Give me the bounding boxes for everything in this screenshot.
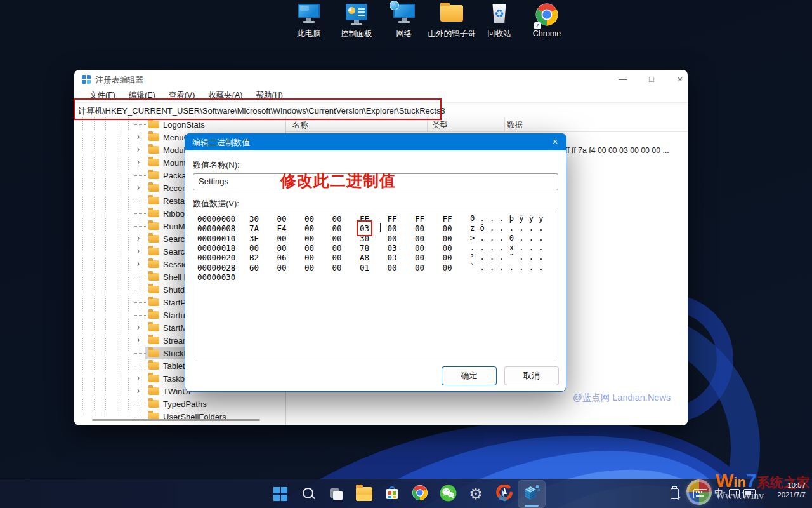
- hex-byte[interactable]: 7A: [249, 224, 259, 233]
- tree-item-TypedPaths[interactable]: TypedPaths: [74, 398, 285, 410]
- hex-byte[interactable]: 01: [360, 263, 369, 272]
- close-button[interactable]: ×: [669, 70, 691, 89]
- tree-horizontal-scrollbar[interactable]: [92, 419, 260, 421]
- desktop-icon-network[interactable]: 网络: [379, 3, 429, 38]
- tree-item-LogonStats[interactable]: LogonStats: [74, 118, 285, 131]
- taskbar-explorer-button[interactable]: [350, 480, 378, 508]
- hex-byte[interactable]: A8: [360, 253, 369, 262]
- taskbar-snip-button[interactable]: [490, 480, 518, 508]
- expand-chevron-icon[interactable]: ›: [137, 321, 140, 333]
- hex-byte[interactable]: FF: [415, 214, 424, 224]
- hex-editor[interactable]: 0000000030000000FEFFFFFF0 . . . þ ÿ ÿ ÿ0…: [193, 211, 558, 359]
- desktop-icon-this-pc[interactable]: 此电脑: [284, 3, 334, 38]
- hex-byte[interactable]: FF: [443, 214, 452, 224]
- expand-chevron-icon[interactable]: ›: [137, 334, 140, 345]
- hex-byte[interactable]: 78: [360, 243, 369, 253]
- taskbar-taskview-button[interactable]: [322, 480, 350, 508]
- expand-chevron-icon[interactable]: ›: [137, 245, 140, 257]
- hex-byte[interactable]: 03: [388, 253, 397, 262]
- column-header-0[interactable]: 名称: [292, 120, 308, 131]
- hex-byte[interactable]: 30: [249, 214, 259, 224]
- desktop-icon-folder[interactable]: 山外的鸭子哥: [426, 3, 477, 38]
- hex-byte[interactable]: 00: [304, 253, 314, 262]
- hex-byte[interactable]: 03: [388, 243, 397, 253]
- taskbar-chrome-button[interactable]: [406, 480, 434, 508]
- expand-chevron-icon[interactable]: ›: [137, 232, 140, 244]
- taskbar-settings-button[interactable]: ⚙: [462, 480, 490, 508]
- hex-byte[interactable]: 00: [415, 243, 424, 253]
- hex-byte[interactable]: 60: [249, 263, 259, 272]
- column-header-2[interactable]: 数据: [507, 120, 523, 131]
- hex-byte[interactable]: 00: [388, 263, 397, 272]
- expand-chevron-icon[interactable]: ›: [137, 258, 140, 269]
- taskbar-wechat-button[interactable]: [434, 480, 462, 508]
- hex-byte[interactable]: 00: [304, 214, 314, 224]
- expand-chevron-icon[interactable]: ›: [137, 156, 140, 168]
- hex-byte[interactable]: 00: [415, 253, 424, 262]
- hex-byte[interactable]: 00: [277, 234, 287, 243]
- desktop-icon-recycle-bin[interactable]: ♻回收站: [474, 3, 525, 38]
- hex-byte[interactable]: 00: [249, 243, 259, 253]
- hex-byte[interactable]: 00: [304, 224, 314, 233]
- hex-byte[interactable]: FE: [360, 214, 369, 224]
- hex-byte[interactable]: 00: [332, 224, 342, 233]
- desktop-icon-label: 山外的鸭子哥: [426, 29, 477, 38]
- column-header-1[interactable]: 类型: [432, 120, 448, 131]
- cancel-button[interactable]: 取消: [504, 366, 559, 385]
- hex-byte[interactable]: 00: [443, 253, 452, 262]
- hex-byte[interactable]: 00: [332, 263, 342, 272]
- hex-byte[interactable]: 00: [443, 263, 452, 272]
- folder-icon: [148, 324, 159, 331]
- hex-byte[interactable]: 00: [304, 243, 314, 253]
- dialog-title-bar[interactable]: 编辑二进制数值 ×: [185, 133, 566, 150]
- hex-byte[interactable]: 06: [277, 253, 287, 262]
- taskbar-search-button[interactable]: [294, 480, 322, 508]
- dialog-close-icon[interactable]: ×: [545, 133, 565, 150]
- folder-icon: [148, 362, 159, 370]
- expand-chevron-icon[interactable]: ›: [137, 144, 140, 155]
- hex-byte[interactable]: 00: [415, 263, 424, 272]
- hex-byte[interactable]: 00: [304, 263, 314, 272]
- hex-byte[interactable]: 00: [388, 224, 397, 233]
- hex-byte[interactable]: 00: [388, 234, 397, 243]
- clock[interactable]: 10:57 2021/7/7: [777, 481, 806, 500]
- chrome-shortcut-icon: ↗: [533, 3, 561, 28]
- hex-byte[interactable]: 00: [332, 253, 342, 262]
- hex-byte[interactable]: 00: [443, 224, 452, 233]
- desktop-icon-control-panel[interactable]: 控制面板: [331, 3, 382, 38]
- hex-row-00000010: 000000103E00000030000000> . . . 0 . . .: [193, 234, 558, 243]
- title-bar[interactable]: 注册表编辑器 — □ ×: [74, 70, 688, 89]
- hex-byte[interactable]: 30: [360, 234, 369, 243]
- hex-byte[interactable]: 3E: [249, 234, 259, 243]
- minimize-button[interactable]: —: [612, 70, 634, 89]
- hex-byte[interactable]: 00: [415, 234, 424, 243]
- desktop-icon-chrome-shortcut[interactable]: ↗Chrome: [521, 3, 572, 38]
- hex-byte[interactable]: 00: [277, 263, 287, 272]
- taskbar-start-button[interactable]: [266, 480, 294, 508]
- taskbar-store-button[interactable]: [378, 480, 406, 508]
- hex-byte[interactable]: 00: [332, 234, 342, 243]
- hex-byte[interactable]: F4: [277, 224, 287, 233]
- folder-icon: [148, 387, 159, 395]
- maximize-button[interactable]: □: [641, 70, 662, 89]
- hex-byte[interactable]: 00: [443, 243, 452, 253]
- hex-byte[interactable]: 00: [332, 214, 342, 224]
- ok-button[interactable]: 确定: [442, 366, 497, 385]
- hex-byte[interactable]: 00: [277, 214, 287, 224]
- hex-byte[interactable]: 00: [415, 224, 424, 233]
- expand-chevron-icon[interactable]: ›: [137, 372, 140, 384]
- hex-byte-highlighted[interactable]: 03: [360, 224, 369, 233]
- hex-byte[interactable]: 00: [443, 234, 452, 243]
- tree-item-UserShellFolders[interactable]: UserShellFolders: [74, 410, 285, 423]
- keyboard-tray-icon[interactable]: [693, 489, 707, 498]
- expand-chevron-icon[interactable]: ›: [137, 385, 140, 396]
- expand-chevron-icon[interactable]: ›: [137, 182, 140, 193]
- hex-byte[interactable]: 00: [332, 243, 342, 253]
- hex-byte[interactable]: 00: [277, 243, 287, 253]
- taskbar-regedit-button[interactable]: [518, 480, 546, 508]
- usb-tray-icon[interactable]: [671, 488, 679, 499]
- hex-byte[interactable]: B2: [249, 253, 259, 262]
- hex-byte[interactable]: FF: [388, 214, 397, 224]
- expand-chevron-icon[interactable]: ›: [137, 131, 140, 142]
- hex-byte[interactable]: 00: [304, 234, 314, 243]
